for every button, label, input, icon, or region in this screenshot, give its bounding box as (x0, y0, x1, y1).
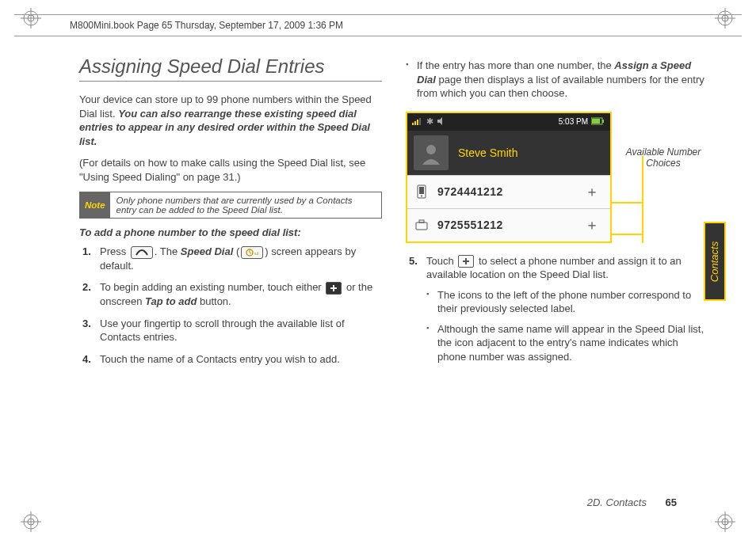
callout-vline-icon (642, 156, 643, 243)
b1a: If the entry has more than one number, t… (417, 59, 614, 71)
step-3: Use your fingertip to scroll through the… (79, 317, 382, 344)
number-row-1: 9724441212 ＋ (407, 175, 610, 208)
footer-page-number: 65 (666, 496, 677, 508)
page-footer: 2D. Contacts 65 (587, 496, 677, 508)
step1-a: Press (100, 245, 129, 257)
svg-rect-21 (414, 121, 416, 125)
status-bar: ✱ 5:03 PM (407, 113, 610, 131)
svg-text:sd: sd (254, 251, 259, 256)
bullet-assign: If the entry has more than one number, t… (406, 59, 708, 101)
step2-d: button. (197, 295, 231, 307)
note-box: Note Only phone numbers that are current… (79, 192, 382, 219)
step2-c: Tap to add (145, 295, 197, 307)
speed-dial-icon: sd (241, 246, 263, 259)
number-1: 9724441212 (437, 185, 572, 198)
heading-rule (79, 81, 382, 82)
svg-marker-24 (437, 117, 442, 125)
step1-b: . The (155, 245, 181, 257)
signal-icon (412, 117, 423, 127)
screenshot-wrapper: ✱ 5:03 PM Steve Smith 97244 (406, 107, 612, 254)
svg-rect-30 (419, 187, 424, 194)
add-number-2-button[interactable]: ＋ (580, 213, 604, 237)
intro-text-b: You can also rearrange these existing sp… (79, 108, 370, 147)
frame-header: M800Mini.book Page 65 Thursday, Septembe… (14, 14, 742, 36)
home-key-icon (131, 246, 153, 259)
detail-ref: (For details on how to make calls using … (79, 156, 382, 184)
note-text: Only phone numbers that are currently us… (110, 192, 381, 218)
header-crop-info: M800Mini.book Page 65 Thursday, Septembe… (70, 20, 343, 31)
svg-point-31 (421, 196, 422, 197)
avatar-icon (414, 135, 449, 170)
section-tab-label: Contacts (709, 241, 721, 281)
note-label: Note (80, 192, 110, 218)
svg-rect-27 (602, 120, 604, 123)
crop-mark-icon (715, 511, 735, 532)
step2-a: To begin adding an existing number, touc… (100, 281, 324, 293)
step-2: To begin adding an existing number, touc… (79, 280, 382, 308)
section-tab: Contacts (704, 222, 726, 301)
svg-rect-22 (417, 120, 418, 125)
add-number-1-button[interactable]: ＋ (580, 180, 604, 203)
step-4: Touch the name of a Contacts entry you w… (79, 352, 382, 367)
svg-rect-23 (419, 118, 421, 125)
intro-paragraph: Your device can store up to 99 phone num… (79, 93, 382, 148)
clock-text: 5:03 PM (559, 117, 588, 126)
step1-c: Speed Dial (181, 245, 233, 257)
sub-bullet-b: Although the same name will appear in th… (426, 322, 708, 364)
number-row-2: 9725551212 ＋ (407, 208, 610, 241)
b1c: page then displays a list of available n… (417, 74, 704, 100)
battery-icon (591, 117, 605, 127)
callout-label: Available Number Choices (620, 146, 707, 169)
step-1: Press . The Speed Dial (sd) screen appea… (79, 245, 382, 272)
mobile-icon (414, 184, 430, 199)
svg-rect-32 (416, 222, 427, 230)
device-screenshot: ✱ 5:03 PM Steve Smith 97244 (406, 112, 612, 243)
sub-bullet-a: The icons to the left of the phone numbe… (426, 288, 708, 316)
plus-icon (458, 255, 474, 268)
page-heading: Assigning Speed Dial Entries (79, 55, 382, 78)
step-5: Touch to select a phone number and assig… (406, 254, 708, 364)
contact-header: Steve Smith (407, 131, 610, 175)
sound-icon (437, 117, 446, 127)
svg-rect-20 (412, 123, 414, 125)
svg-rect-33 (419, 220, 424, 222)
number-2: 9725551212 (437, 219, 572, 231)
work-icon (414, 219, 430, 230)
svg-rect-26 (592, 119, 600, 124)
s5a: Touch (426, 255, 456, 267)
procedure-subhead: To add a phone number to the speed dial … (79, 226, 382, 238)
left-column: Assigning Speed Dial Entries Your device… (79, 55, 382, 492)
right-column: If the entry has more than one number, t… (406, 55, 708, 492)
contact-name: Steve Smith (458, 146, 517, 159)
step1-d: ( (233, 245, 239, 257)
footer-section: 2D. Contacts (587, 496, 647, 508)
callout-line-icon (612, 202, 643, 203)
plus-icon (326, 282, 342, 295)
svg-point-28 (426, 145, 436, 154)
callout-line2-icon (612, 234, 643, 235)
crop-mark-icon (21, 511, 41, 532)
bluetooth-icon: ✱ (426, 116, 433, 127)
